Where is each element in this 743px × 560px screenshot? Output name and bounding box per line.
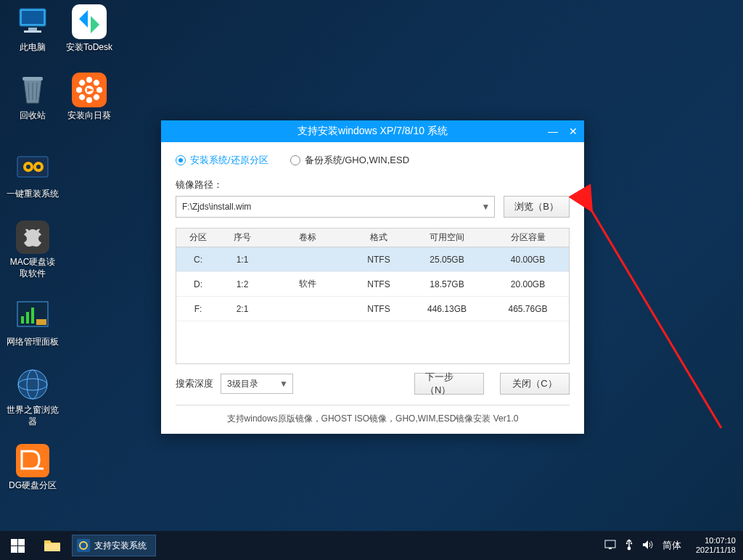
tray-network-icon[interactable]: [604, 540, 616, 552]
tray-ime[interactable]: 简体: [662, 539, 681, 552]
cell-label: [265, 247, 350, 271]
svg-point-10: [26, 165, 30, 169]
desktop-icon-label: 网络管理面板: [6, 337, 59, 348]
window-title: 支持安装windows XP/7/8/10 系统: [297, 125, 448, 138]
svg-rect-2: [28, 28, 37, 30]
desktop-icon-label: 一键重装系统: [6, 189, 59, 200]
col-free: 可用空间: [407, 228, 487, 247]
svg-rect-17: [36, 319, 46, 325]
partition-table: 分区 序号 卷标 格式 可用空间 分区容量 C:1:1NTFS25.05GB40…: [176, 228, 570, 364]
col-label: 卷标: [265, 228, 350, 247]
taskbar-clock[interactable]: 10:07:10 2021/11/18: [690, 536, 736, 554]
search-depth-label: 搜索深度: [176, 377, 213, 390]
cell-capacity: 40.00GB: [487, 247, 569, 271]
close-button[interactable]: 关闭（C）: [500, 373, 570, 395]
close-icon[interactable]: ✕: [567, 125, 580, 137]
minimize-icon[interactable]: —: [546, 125, 559, 137]
svg-rect-14: [21, 316, 24, 324]
installer-window: 支持安装windows XP/7/8/10 系统 — ✕ 安装系统/还原分区 备…: [161, 120, 584, 434]
svg-rect-25: [44, 543, 60, 551]
desktop-icon-label: 回收站: [6, 110, 59, 122]
search-depth-select[interactable]: 3级目录 ▼: [221, 374, 293, 394]
desktop-icon-label: 安装向日葵: [62, 110, 116, 122]
svg-rect-1: [22, 11, 44, 24]
start-button[interactable]: [0, 531, 35, 560]
desktop-icon-recycle-bin[interactable]: 回收站: [6, 73, 59, 122]
taskbar-app-label: 支持安装系统: [94, 540, 147, 552]
desktop-icon-label: MAC硬盘读取软件: [6, 257, 59, 279]
cell-capacity: 465.76GB: [487, 297, 569, 321]
next-button[interactable]: 下一步（N）: [414, 373, 484, 395]
desktop-icon-dg-partition[interactable]: DG硬盘分区: [6, 444, 59, 492]
cell-partition: C:: [176, 247, 220, 271]
svg-rect-3: [24, 30, 41, 33]
cell-capacity: 20.00GB: [487, 272, 569, 296]
cell-label: [265, 297, 350, 321]
cell-index: 1:2: [220, 272, 265, 296]
svg-rect-4: [22, 77, 43, 81]
desktop-icon-mac-disk[interactable]: MAC硬盘读取软件: [6, 221, 59, 279]
desktop-icon-this-pc[interactable]: 此电脑: [6, 4, 59, 54]
svg-rect-16: [31, 308, 34, 324]
svg-rect-29: [609, 548, 612, 549]
desktop-icon-label: DG硬盘分区: [6, 480, 59, 492]
desktop-icon-browser[interactable]: 世界之窗浏览器: [6, 367, 59, 427]
svg-rect-33: [631, 543, 632, 544]
image-path-input[interactable]: F:\Zjds\install.wim ▼: [176, 196, 495, 218]
titlebar[interactable]: 支持安装windows XP/7/8/10 系统 — ✕: [161, 120, 584, 142]
col-capacity: 分区容量: [487, 228, 569, 247]
table-row[interactable]: D:1:2软件NTFS18.57GB20.00GB: [176, 272, 569, 297]
tray-usb-icon[interactable]: [625, 539, 633, 553]
image-path-value: F:\Zjds\install.wim: [182, 202, 251, 212]
cell-index: 2:1: [220, 297, 265, 321]
taskbar-file-explorer[interactable]: [35, 531, 70, 560]
windows-logo-icon: [11, 539, 25, 553]
radio-backup-label: 备份系统/GHO,WIN,ESD: [305, 154, 409, 167]
cell-free: 18.57GB: [407, 272, 487, 296]
svg-rect-28: [605, 540, 615, 548]
cell-label: 软件: [265, 272, 350, 296]
radio-install-label: 安装系统/还原分区: [190, 154, 268, 167]
desktop-icon-reinstall[interactable]: 一键重装系统: [6, 151, 59, 200]
desktop-icon-label: 世界之窗浏览器: [6, 405, 59, 427]
svg-point-30: [628, 546, 631, 550]
radio-icon: [176, 155, 186, 165]
dropdown-icon[interactable]: ▼: [481, 202, 490, 212]
search-depth-value: 3级目录: [227, 378, 258, 390]
cell-format: NTFS: [350, 272, 407, 296]
dropdown-icon: ▼: [279, 379, 288, 389]
footer-text: 支持windows原版镜像，GHOST ISO镜像，GHO,WIM,ESD镜像安…: [176, 405, 570, 425]
col-index: 序号: [220, 228, 265, 247]
radio-install[interactable]: 安装系统/还原分区: [176, 154, 268, 167]
taskbar: 支持安装系统 简体 10:07:10 2021/11/18: [0, 531, 743, 560]
desktop-icon-label: 此电脑: [6, 42, 59, 54]
svg-rect-15: [26, 312, 29, 324]
cell-format: NTFS: [350, 297, 407, 321]
system-tray: 简体 10:07:10 2021/11/18: [604, 531, 743, 560]
cell-partition: D:: [176, 272, 220, 296]
svg-point-32: [626, 542, 628, 543]
radio-icon: [290, 155, 300, 165]
table-row[interactable]: F:2:1NTFS446.13GB465.76GB: [176, 297, 569, 321]
table-row[interactable]: C:1:1NTFS25.05GB40.00GB: [176, 247, 569, 272]
taskbar-app-button[interactable]: 支持安装系统: [72, 535, 156, 556]
cell-free: 446.13GB: [407, 297, 487, 321]
radio-backup[interactable]: 备份系统/GHO,WIN,ESD: [290, 154, 409, 167]
desktop-icon-todesk[interactable]: 安装ToDesk: [62, 4, 116, 54]
desktop-icon-sunflower[interactable]: 安装向日葵: [62, 73, 116, 122]
table-header: 分区 序号 卷标 格式 可用空间 分区容量: [176, 228, 569, 247]
svg-rect-26: [77, 539, 90, 552]
cell-partition: F:: [176, 297, 220, 321]
browse-button[interactable]: 浏览（B）: [504, 196, 570, 218]
image-path-label: 镜像路径：: [176, 178, 570, 192]
col-partition: 分区: [176, 228, 220, 247]
cell-index: 1:1: [220, 247, 265, 271]
cell-free: 25.05GB: [407, 247, 487, 271]
tray-volume-icon[interactable]: [642, 540, 654, 552]
svg-point-12: [36, 165, 41, 169]
desktop-icon-network-panel[interactable]: 网络管理面板: [6, 299, 59, 348]
cell-format: NTFS: [350, 247, 407, 271]
desktop-icon-label: 安装ToDesk: [62, 42, 116, 54]
col-format: 格式: [350, 228, 407, 247]
taskbar-time: 10:07:10: [696, 536, 736, 545]
